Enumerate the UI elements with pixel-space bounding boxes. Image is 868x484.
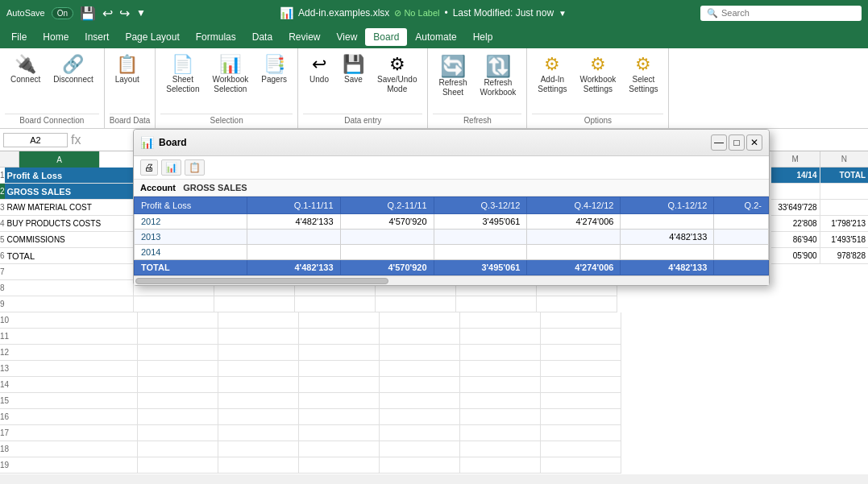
cell-A12[interactable]: [9, 345, 138, 361]
refresh-sheet-button[interactable]: 🔄 RefreshSheet: [433, 52, 472, 101]
right-cell-m5[interactable]: 86'940: [771, 232, 820, 248]
save-undo-mode-button[interactable]: ⚙ Save/UndoMode: [372, 52, 422, 98]
cell-D13[interactable]: [299, 361, 380, 377]
menu-formulas[interactable]: Formulas: [188, 28, 244, 46]
save-icon[interactable]: 💾: [80, 6, 96, 21]
td-2012-q2[interactable]: 4'570'920: [340, 214, 434, 230]
td-2012-label[interactable]: 2012: [135, 214, 247, 230]
cell-A7[interactable]: [5, 264, 134, 280]
cell-A19[interactable]: [9, 457, 138, 474]
cell-C19[interactable]: [218, 457, 299, 474]
cell-B10[interactable]: [138, 312, 218, 329]
menu-data[interactable]: Data: [244, 28, 280, 46]
right-cell-n6[interactable]: 978'828: [820, 248, 869, 264]
dialog-print-button[interactable]: 🖨: [140, 159, 158, 176]
connect-button[interactable]: 🔌 Connect: [5, 52, 46, 89]
cell-F13[interactable]: [460, 361, 541, 377]
dialog-excel-button[interactable]: 📊: [161, 159, 181, 176]
cell-A11[interactable]: [9, 329, 138, 345]
cell-D18[interactable]: [299, 441, 380, 457]
redo-icon[interactable]: ↪: [119, 6, 130, 21]
cell-A9[interactable]: [5, 296, 134, 312]
menu-automate[interactable]: Automate: [407, 28, 464, 46]
menu-insert[interactable]: Insert: [77, 28, 117, 46]
cell-G10[interactable]: [541, 312, 621, 329]
cell-F9[interactable]: [456, 296, 537, 312]
search-box[interactable]: 🔍: [700, 6, 862, 21]
td-2013-q3[interactable]: [434, 230, 527, 245]
cell-A8[interactable]: [5, 280, 134, 296]
menu-board[interactable]: Board: [365, 28, 407, 46]
td-2012-q1[interactable]: 4'482'133: [247, 214, 340, 230]
cell-B16[interactable]: [138, 409, 218, 425]
modified-chevron[interactable]: ▼: [559, 9, 567, 18]
row-header-13[interactable]: 13: [0, 361, 9, 377]
cell-G19[interactable]: [541, 457, 621, 474]
row-header-12[interactable]: 12: [0, 345, 9, 361]
cell-C14[interactable]: [218, 377, 299, 393]
td-2013-q2[interactable]: [340, 230, 434, 245]
cell-G13[interactable]: [541, 361, 621, 377]
td-2012-q3[interactable]: 3'495'061: [434, 214, 527, 230]
cell-a1[interactable]: Profit & Loss: [5, 168, 134, 184]
row-header-16[interactable]: 16: [0, 409, 9, 425]
cell-G16[interactable]: [541, 409, 621, 425]
row-header-17[interactable]: 17: [0, 425, 9, 441]
select-settings-button[interactable]: ⚙ SelectSettings: [623, 52, 663, 98]
cell-B18[interactable]: [138, 441, 218, 457]
td-2012-q4[interactable]: 4'274'006: [527, 214, 621, 230]
menu-file[interactable]: File: [3, 28, 35, 46]
cell-a4[interactable]: BUY PRODUCTS COSTS: [5, 216, 134, 232]
cell-C13[interactable]: [218, 361, 299, 377]
dialog-minimize-button[interactable]: —: [711, 134, 727, 151]
cell-E9[interactable]: [376, 296, 456, 312]
cell-E10[interactable]: [380, 312, 460, 329]
name-box[interactable]: [3, 133, 68, 147]
row-header-14[interactable]: 14: [0, 377, 9, 393]
cell-G11[interactable]: [541, 329, 621, 345]
cell-B17[interactable]: [138, 425, 218, 441]
td-2013-q4[interactable]: [527, 230, 621, 245]
cell-D16[interactable]: [299, 409, 380, 425]
cell-A10[interactable]: [9, 312, 138, 329]
workbook-settings-button[interactable]: ⚙ WorkbookSettings: [574, 52, 621, 98]
menu-review[interactable]: Review: [280, 28, 328, 46]
cell-F10[interactable]: [460, 312, 541, 329]
cell-a3[interactable]: RAW MATERIAL COST: [5, 200, 134, 216]
cell-D19[interactable]: [299, 457, 380, 474]
td-2013-q1[interactable]: [247, 230, 340, 245]
cell-a2[interactable]: GROSS SALES: [5, 184, 134, 200]
right-cell-n1[interactable]: TOTAL: [820, 168, 869, 184]
cell-B12[interactable]: [138, 345, 218, 361]
cell-B14[interactable]: [138, 377, 218, 393]
pagers-button[interactable]: 📑 Pagers: [255, 52, 293, 89]
cell-G12[interactable]: [541, 345, 621, 361]
td-2014-q1b[interactable]: [621, 245, 714, 260]
cell-A17[interactable]: [9, 425, 138, 441]
cell-G15[interactable]: [541, 393, 621, 409]
menu-help[interactable]: Help: [465, 28, 501, 46]
menu-page-layout[interactable]: Page Layout: [117, 28, 187, 46]
cell-A15[interactable]: [9, 393, 138, 409]
cell-C18[interactable]: [218, 441, 299, 457]
save-ribbon-button[interactable]: 💾 Save: [337, 52, 370, 89]
cell-F18[interactable]: [460, 441, 541, 457]
cell-G17[interactable]: [541, 425, 621, 441]
right-cell-m6[interactable]: 05'900: [771, 248, 820, 264]
cell-F19[interactable]: [460, 457, 541, 474]
menu-view[interactable]: View: [329, 28, 366, 46]
right-cell-m2[interactable]: [771, 184, 820, 200]
cell-F15[interactable]: [460, 393, 541, 409]
cell-F16[interactable]: [460, 409, 541, 425]
cell-G14[interactable]: [541, 377, 621, 393]
sheet-selection-button[interactable]: 📄 SheetSelection: [160, 52, 205, 98]
right-cell-n4[interactable]: 1'798'213: [820, 216, 869, 232]
undo-button[interactable]: ↩ Undo: [303, 52, 335, 89]
dialog-maximize-button[interactable]: □: [729, 134, 745, 151]
td-2014-q3[interactable]: [434, 245, 527, 260]
dialog-close-button[interactable]: ✕: [746, 134, 762, 151]
cell-E14[interactable]: [380, 377, 460, 393]
cell-B19[interactable]: [138, 457, 218, 474]
row-header-18[interactable]: 18: [0, 441, 9, 457]
cell-D15[interactable]: [299, 393, 380, 409]
